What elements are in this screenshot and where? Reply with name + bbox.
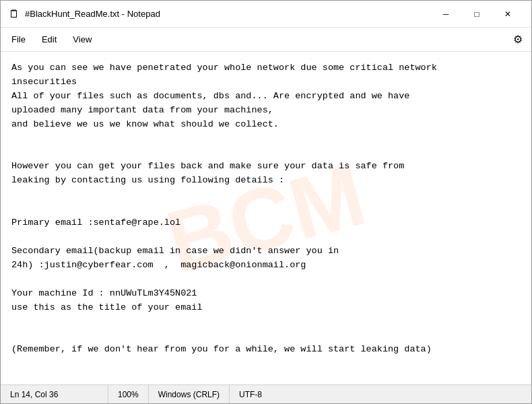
minimize-button[interactable]: ─	[430, 3, 461, 25]
notepad-window: 🗒 #BlackHunt_ReadMe.txt - Notepad ─ □ ✕ …	[0, 0, 532, 404]
zoom-level[interactable]: 100%	[108, 385, 149, 403]
content-area: BCM As you can see we have penetrated yo…	[1, 52, 531, 384]
line-ending[interactable]: Windows (CRLF)	[149, 385, 230, 403]
status-bar: Ln 14, Col 36 100% Windows (CRLF) UTF-8	[1, 384, 531, 403]
window-title: #BlackHunt_ReadMe.txt - Notepad	[25, 9, 430, 19]
cursor-position: Ln 14, Col 36	[1, 385, 108, 403]
maximize-button[interactable]: □	[461, 3, 492, 25]
window-controls: ─ □ ✕	[430, 3, 523, 25]
text-editor[interactable]: As you can see we have penetrated your w…	[1, 52, 531, 384]
menu-view[interactable]: View	[65, 32, 100, 47]
menu-edit[interactable]: Edit	[34, 32, 65, 47]
encoding[interactable]: UTF-8	[230, 385, 271, 403]
menu-file[interactable]: File	[3, 32, 34, 47]
menu-bar: File Edit View ⚙	[1, 28, 531, 52]
close-button[interactable]: ✕	[492, 3, 523, 25]
settings-icon[interactable]: ⚙	[507, 29, 529, 50]
title-bar: 🗒 #BlackHunt_ReadMe.txt - Notepad ─ □ ✕	[1, 1, 531, 28]
app-icon: 🗒	[9, 8, 20, 20]
